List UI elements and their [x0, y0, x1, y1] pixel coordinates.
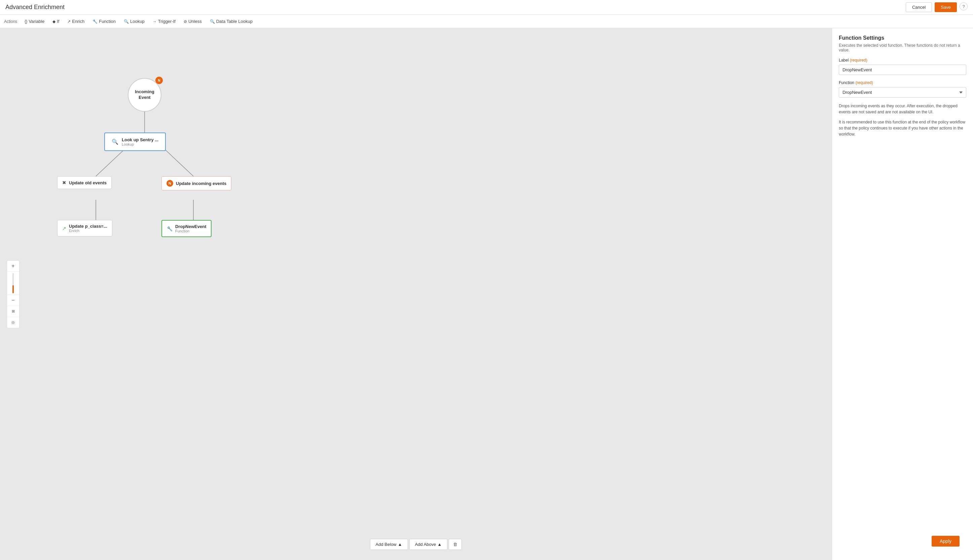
zoom-out-button[interactable]: − — [7, 295, 19, 306]
lookup-node-icon: 🔍 — [112, 138, 118, 145]
apply-button[interactable]: Apply — [931, 536, 960, 547]
zoom-fill — [12, 285, 14, 293]
toolbar-lookup-label: Lookup — [130, 19, 145, 24]
workflow-canvas[interactable]: N IncomingEvent 🔍 Look up Sentry ... Loo… — [0, 28, 832, 560]
toolbar-if[interactable]: ◆ If — [49, 17, 63, 25]
save-button[interactable]: Save — [935, 2, 957, 12]
lookup-node-label: Look up Sentry ... — [122, 137, 158, 142]
toolbar-trigger-if-label: Trigger-If — [158, 19, 176, 24]
toolbar-function-label: Function — [99, 19, 116, 24]
toolbar-function[interactable]: 🔧 Function — [89, 17, 119, 25]
incoming-event-node[interactable]: N IncomingEvent — [128, 78, 162, 112]
drop-new-event-label: DropNewEvent — [175, 224, 206, 229]
add-below-label: Add Below — [376, 542, 397, 547]
toolbar-unless-label: Unless — [188, 19, 202, 24]
drop-new-event-icon: 🔧 — [167, 226, 173, 232]
zoom-reset-button[interactable]: ◎ — [7, 317, 19, 328]
zoom-divider — [7, 272, 19, 272]
actions-label: Actions — [4, 19, 17, 24]
delete-button[interactable]: 🗑 — [449, 539, 462, 550]
toolbar-if-label: If — [57, 19, 59, 24]
function-settings-sidebar: Function Settings Executes the selected … — [832, 28, 973, 560]
toolbar-trigger-if[interactable]: → Trigger-If — [149, 17, 179, 25]
update-old-events-node[interactable]: ✖ Update old events — [57, 176, 112, 189]
label-field: Label (required) — [839, 58, 966, 75]
trigger-if-icon: → — [153, 19, 157, 24]
toolbar-variable-label: Variable — [28, 19, 44, 24]
toolbar-unless[interactable]: ⊘ Unless — [180, 17, 205, 25]
enrich-icon: ↗ — [67, 19, 71, 24]
add-below-button[interactable]: Add Below ▲ — [370, 539, 408, 550]
cancel-button[interactable]: Cancel — [906, 2, 932, 12]
add-above-label: Add Above — [415, 542, 436, 547]
unless-icon: ⊘ — [183, 19, 187, 24]
lookup-node-box: 🔍 Look up Sentry ... Lookup — [104, 133, 166, 151]
zoom-fit-button[interactable]: ⊞ — [7, 306, 19, 317]
update-incoming-label: Update incoming events — [176, 181, 227, 186]
add-below-chevron: ▲ — [398, 542, 402, 547]
zoom-in-button[interactable]: + — [7, 261, 19, 272]
function-select[interactable]: DropNewEvent — [839, 87, 966, 98]
toolbar-data-table-lookup[interactable]: 🔍 Data Table Lookup — [207, 17, 256, 25]
sidebar-title: Function Settings — [839, 35, 966, 41]
lookup-node-sublabel: Lookup — [122, 142, 158, 146]
data-table-lookup-icon: 🔍 — [210, 19, 215, 24]
incoming-event-badge: N — [155, 77, 163, 84]
update-old-icon: ✖ — [62, 180, 66, 185]
add-above-chevron: ▲ — [438, 542, 442, 547]
update-pclass-label: Update p_class=... — [69, 224, 107, 229]
function-icon: 🔧 — [92, 19, 98, 24]
main-area: N IncomingEvent 🔍 Look up Sentry ... Loo… — [0, 28, 973, 560]
zoom-indicator — [12, 273, 14, 293]
header: Advanced Enrichment Cancel Save ? — [0, 0, 973, 15]
sidebar-info-1: Drops incoming events as they occur. Aft… — [839, 103, 966, 115]
incoming-event-label: IncomingEvent — [135, 89, 154, 100]
delete-icon: 🗑 — [453, 542, 457, 547]
zoom-controls: + − ⊞ ◎ — [7, 260, 20, 328]
function-field: Function (required) DropNewEvent — [839, 80, 966, 98]
if-icon: ◆ — [52, 19, 55, 24]
label-input[interactable] — [839, 65, 966, 75]
toolbar-enrich[interactable]: ↗ Enrich — [64, 17, 88, 25]
drop-new-event-sublabel: Function — [175, 229, 206, 233]
label-required: (required) — [850, 58, 867, 63]
lookup-icon: 🔍 — [124, 19, 129, 24]
page-title: Advanced Enrichment — [5, 4, 65, 11]
svg-line-1 — [96, 149, 125, 176]
connectors-svg — [0, 28, 832, 560]
sidebar-info-2: It is recommended to use this function a… — [839, 119, 966, 137]
variable-icon: {} — [25, 19, 27, 24]
update-old-label: Update old events — [69, 180, 107, 185]
toolbar-variable[interactable]: {} Variable — [21, 17, 48, 25]
help-button[interactable]: ? — [960, 2, 968, 10]
update-incoming-events-node[interactable]: N Update incoming events — [162, 176, 232, 190]
update-pclass-sublabel: Enrich — [69, 229, 107, 233]
add-above-button[interactable]: Add Above ▲ — [409, 539, 448, 550]
toolbar-lookup[interactable]: 🔍 Lookup — [120, 17, 148, 25]
lookup-node[interactable]: 🔍 Look up Sentry ... Lookup — [104, 133, 166, 151]
actions-toolbar: Actions {} Variable ◆ If ↗ Enrich 🔧 Func… — [0, 15, 973, 28]
function-required: (required) — [855, 80, 873, 85]
function-field-label: Function (required) — [839, 80, 966, 85]
header-actions: Cancel Save ? — [906, 2, 968, 12]
sidebar-subtitle: Executes the selected void function. The… — [839, 43, 966, 52]
toolbar-enrich-label: Enrich — [72, 19, 85, 24]
drop-new-event-node[interactable]: 🔧 DropNewEvent Function — [162, 220, 212, 237]
update-incoming-icon: N — [167, 180, 173, 187]
svg-line-2 — [165, 149, 193, 176]
label-field-label: Label (required) — [839, 58, 966, 63]
bottom-toolbar: Add Below ▲ Add Above ▲ 🗑 — [370, 539, 462, 550]
update-pclass-node[interactable]: ↗ Update p_class=... Enrich — [57, 220, 112, 237]
toolbar-data-table-lookup-label: Data Table Lookup — [216, 19, 253, 24]
update-pclass-icon: ↗ — [62, 226, 66, 231]
